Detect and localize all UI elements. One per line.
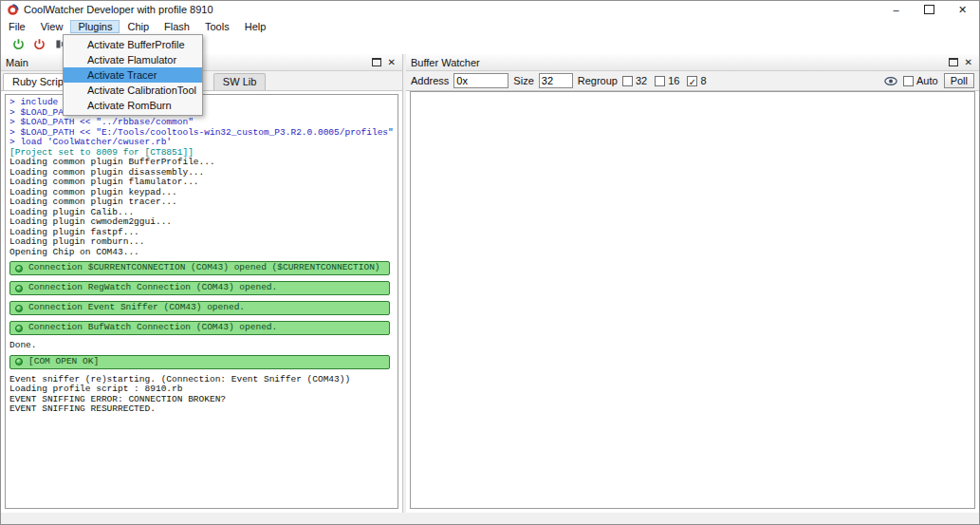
regroup-checkbox-16[interactable]: 16 (655, 75, 679, 86)
address-input[interactable] (453, 73, 508, 88)
maximize-icon (924, 5, 934, 14)
minimize-button[interactable]: – (879, 1, 913, 18)
menubar: FileViewPluginsChipFlashToolsHelp (1, 18, 979, 34)
main-panel-title: Main (6, 57, 28, 68)
window-title: CoolWatcher Developer with profile 8910 (24, 4, 213, 15)
banner-text: Connection Event Sniffer (COM43) opened. (28, 303, 245, 313)
green-status-icon (15, 325, 23, 332)
auto-checkbox-box (903, 76, 914, 86)
regroup-label: Regroup (578, 75, 618, 86)
auto-checkbox[interactable]: Auto (903, 75, 938, 86)
close-panel-button[interactable]: ✕ (388, 58, 396, 67)
menu-item[interactable]: Activate Tracer (64, 67, 202, 83)
menu-item[interactable]: Activate RomBurn (64, 98, 202, 113)
statusbar (1, 513, 979, 524)
green-status-icon (15, 358, 23, 366)
status-banner: Connection Event Sniffer (COM43) opened. (9, 301, 390, 315)
power-off-icon[interactable] (33, 38, 46, 50)
console-line: Loading plugin cwmodem2ggui... (9, 217, 394, 228)
buffer-watcher-controls: Address Size Regroup 3216✓8 Auto Poll (406, 71, 979, 91)
console[interactable]: > include> $LOAD_PA> $LOAD_PATH << "../r… (5, 94, 398, 509)
close-panel-button[interactable]: ✕ (965, 58, 972, 67)
titlebar: CoolWatcher Developer with profile 8910 … (1, 1, 979, 18)
menubar-item-flash[interactable]: Flash (157, 20, 197, 33)
maximize-button[interactable] (913, 1, 946, 18)
dock-area: Main ✕ Ruby Script SW Lib > include> $LO… (1, 54, 979, 513)
console-line: Loading common plugin flamulator... (9, 178, 394, 188)
float-panel-button[interactable] (949, 58, 958, 66)
menu-item[interactable]: Activate Flamulator (64, 52, 202, 67)
size-input[interactable] (539, 73, 573, 88)
checkbox-box (622, 76, 633, 86)
menu-item[interactable]: Activate CalibrationTool (64, 83, 202, 98)
console-line: EVENT SNIFFING RESURRECTED. (9, 404, 394, 415)
eye-icon[interactable] (884, 76, 897, 86)
plugins-menu: Activate BufferProfileActivate Flamulato… (63, 34, 203, 116)
buffer-watcher-panel: Buffer Watcher ✕ Address Size Regroup 32… (406, 54, 979, 513)
checkbox-label: 32 (636, 75, 647, 86)
green-status-icon (15, 265, 23, 272)
banner-text: Connection RegWatch Connection (COM43) o… (28, 283, 277, 293)
console-line: Loading common plugin BufferProfile... (9, 158, 394, 168)
regroup-checkbox-32[interactable]: 32 (622, 75, 647, 86)
tab-sw-lib[interactable]: SW Lib (213, 73, 266, 90)
console-line: > load 'CoolWatcher/cwuser.rb' (9, 138, 394, 148)
checkbox-box (655, 76, 665, 86)
menubar-item-help[interactable]: Help (237, 20, 274, 33)
console-line: Done. (9, 341, 394, 351)
green-status-icon (15, 285, 23, 292)
banner-text: Connection $CURRENTCONNECTION (COM43) op… (28, 263, 380, 273)
app-icon (7, 4, 19, 16)
console-line: Opening Chip on COM43... (9, 248, 394, 258)
checkbox-label: 8 (700, 75, 706, 86)
buffer-watcher-content[interactable] (410, 91, 975, 509)
address-label: Address (411, 75, 449, 86)
menubar-item-tools[interactable]: Tools (197, 20, 237, 33)
menubar-item-chip[interactable]: Chip (120, 20, 157, 33)
main-panel: Main ✕ Ruby Script SW Lib > include> $LO… (1, 54, 403, 513)
menubar-item-plugins[interactable]: Plugins (70, 20, 120, 33)
console-line: Loading plugin romburn... (9, 237, 394, 248)
menubar-item-file[interactable]: File (1, 20, 33, 33)
close-button[interactable]: ✕ (946, 1, 979, 18)
banner-text: [COM OPEN OK] (28, 357, 99, 367)
green-status-icon (15, 305, 23, 312)
checkbox-label: 16 (668, 75, 679, 86)
poll-button[interactable]: Poll (944, 73, 974, 88)
buffer-watcher-header: Buffer Watcher ✕ (406, 54, 979, 71)
console-line: Loading common plugin tracer... (9, 197, 394, 208)
menu-item[interactable]: Activate BufferProfile (64, 37, 202, 52)
buffer-watcher-title: Buffer Watcher (411, 57, 480, 68)
auto-label: Auto (916, 75, 938, 86)
status-banner: Connection BufWatch Connection (COM43) o… (9, 321, 390, 335)
status-banner: Connection $CURRENTCONNECTION (COM43) op… (9, 261, 390, 275)
status-banner: Connection RegWatch Connection (COM43) o… (9, 281, 390, 295)
console-line: Loading profile script : 8910.rb (9, 384, 394, 395)
size-label: Size (513, 75, 533, 86)
banner-text: Connection BufWatch Connection (COM43) o… (28, 323, 277, 333)
regroup-checkbox-8[interactable]: ✓8 (687, 75, 706, 86)
float-panel-button[interactable] (372, 58, 381, 66)
console-line: > $LOAD_PATH << "../rbbase/common" (9, 118, 394, 128)
regroup-group: 3216✓8 (622, 75, 707, 86)
menubar-item-view[interactable]: View (33, 20, 71, 33)
checkbox-box: ✓ (687, 76, 697, 86)
power-on-icon[interactable] (12, 38, 25, 50)
status-banner: [COM OPEN OK] (9, 355, 390, 369)
